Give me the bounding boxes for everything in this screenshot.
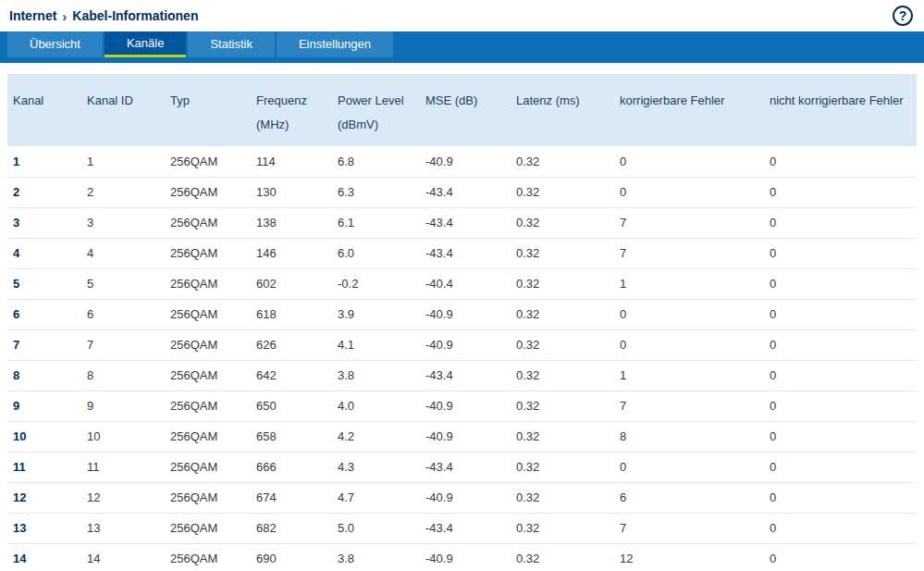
table-row: 1414256QAM6903.8-40.90.32120 [7,543,917,571]
cell-power-level: 3.8 [332,360,420,391]
help-icon[interactable]: ? [893,6,913,26]
tab-statistik[interactable]: Statistik [188,31,275,57]
cell-mse: -40.9 [420,421,511,452]
header-nicht-korrigierbare-fehler: nicht korrigierbare Fehler [764,74,917,146]
cell-kanal: 1 [7,146,81,177]
cell-power-level: 4.7 [332,482,420,513]
table-row: 55256QAM602-0.2-40.40.3210 [7,268,917,299]
cell-nicht-korrigierbare-fehler: 0 [764,146,917,177]
tab-einstellungen[interactable]: Einstellungen [277,31,393,57]
cell-nicht-korrigierbare-fehler: 0 [764,421,917,452]
cell-mse: -43.4 [420,177,511,207]
cell-typ: 256QAM [165,452,251,482]
breadcrumb-separator-icon: › [62,9,67,23]
cell-latenz: 0.32 [511,268,614,299]
table-row: 99256QAM6504.0-40.90.3270 [7,391,917,421]
cell-frequenz: 690 [251,543,332,571]
cell-frequenz: 130 [251,177,332,207]
cell-latenz: 0.32 [511,513,614,543]
breadcrumb-page-title: Kabel-Informationen [72,8,198,23]
cell-kanal-id: 1 [81,146,165,177]
cell-nicht-korrigierbare-fehler: 0 [764,391,917,421]
cell-korrigierbare-fehler: 7 [614,513,764,543]
cell-typ: 256QAM [165,177,251,207]
cell-korrigierbare-fehler: 0 [614,299,764,329]
cell-kanal: 7 [7,329,81,360]
cell-frequenz: 138 [251,207,332,238]
header-mse: MSE (dB) [420,74,511,146]
cell-latenz: 0.32 [511,360,614,391]
cell-nicht-korrigierbare-fehler: 0 [764,543,917,571]
cell-korrigierbare-fehler: 0 [614,146,764,177]
cell-mse: -40.9 [420,329,511,360]
cell-frequenz: 650 [251,391,332,421]
table-row: 1212256QAM6744.7-40.90.3260 [7,482,917,513]
cell-kanal: 6 [7,299,81,329]
header-power-level: Power Level (dBmV) [332,74,420,146]
cell-mse: -43.4 [420,238,511,268]
table-row: 33256QAM1386.1-43.40.3270 [7,207,917,238]
header-typ: Typ [165,74,251,146]
cell-power-level: 4.3 [332,452,420,482]
cell-frequenz: 666 [251,452,332,482]
cell-korrigierbare-fehler: 7 [614,391,764,421]
cell-typ: 256QAM [165,207,251,238]
cell-power-level: 6.3 [332,177,420,207]
cell-power-level: 6.0 [332,238,420,268]
breadcrumb: Internet › Kabel-Informationen [9,8,198,23]
cell-power-level: 6.8 [332,146,420,177]
cell-mse: -40.9 [420,543,511,571]
cell-latenz: 0.32 [511,177,614,207]
cell-korrigierbare-fehler: 12 [614,543,764,571]
tab-bar: Übersicht Kanäle Statistik Einstellungen [0,31,924,63]
cell-power-level: 3.8 [332,543,420,571]
cell-typ: 256QAM [165,543,251,571]
cell-nicht-korrigierbare-fehler: 0 [764,452,917,482]
cell-mse: -40.4 [420,268,511,299]
tab-uebersicht[interactable]: Übersicht [7,31,103,57]
table-row: 44256QAM1466.0-43.40.3270 [7,238,917,268]
cell-frequenz: 114 [251,146,332,177]
breadcrumb-section[interactable]: Internet [9,8,56,23]
cell-korrigierbare-fehler: 8 [614,421,764,452]
header-kanal-id: Kanal ID [81,74,165,146]
tab-kanaele[interactable]: Kanäle [105,31,186,57]
cell-frequenz: 674 [251,482,332,513]
cell-kanal: 14 [7,543,81,571]
cell-nicht-korrigierbare-fehler: 0 [764,482,917,513]
cell-latenz: 0.32 [511,238,614,268]
cell-kanal: 4 [7,238,81,268]
cell-nicht-korrigierbare-fehler: 0 [764,360,917,391]
cell-latenz: 0.32 [511,329,614,360]
cell-korrigierbare-fehler: 1 [614,360,764,391]
cell-korrigierbare-fehler: 0 [614,329,764,360]
cell-typ: 256QAM [165,391,251,421]
cell-kanal-id: 3 [81,207,165,238]
cell-frequenz: 682 [251,513,332,543]
channel-table-container: Kanal Kanal ID Typ Frequenz (MHz) Power … [7,74,917,571]
cell-korrigierbare-fehler: 7 [614,238,764,268]
cell-kanal-id: 7 [81,329,165,360]
cell-kanal: 10 [7,421,81,452]
cell-kanal-id: 4 [81,238,165,268]
cell-kanal-id: 14 [81,543,165,571]
cell-typ: 256QAM [165,482,251,513]
cell-kanal-id: 13 [81,513,165,543]
cell-nicht-korrigierbare-fehler: 0 [764,299,917,329]
cell-kanal: 12 [7,482,81,513]
cell-power-level: 4.1 [332,329,420,360]
cell-kanal: 8 [7,360,81,391]
cell-typ: 256QAM [165,513,251,543]
cell-korrigierbare-fehler: 6 [614,482,764,513]
cell-power-level: 5.0 [332,513,420,543]
cell-latenz: 0.32 [511,452,614,482]
cell-latenz: 0.32 [511,391,614,421]
cell-kanal-id: 11 [81,452,165,482]
cell-kanal: 3 [7,207,81,238]
cell-power-level: 6.1 [332,207,420,238]
table-row: 77256QAM6264.1-40.90.3200 [7,329,917,360]
cell-nicht-korrigierbare-fehler: 0 [764,207,917,238]
cell-kanal-id: 6 [81,299,165,329]
cell-kanal: 2 [7,177,81,207]
cell-latenz: 0.32 [511,421,614,452]
